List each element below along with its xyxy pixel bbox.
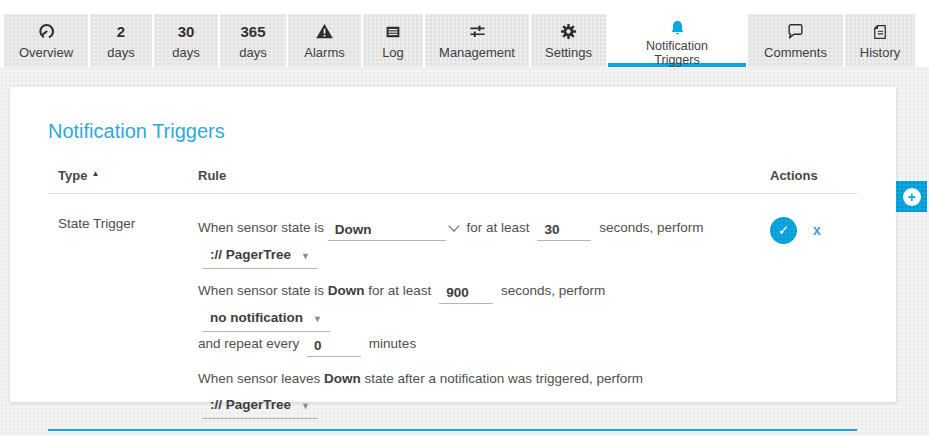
tab-number: 365 [240, 21, 265, 42]
warning-icon [315, 21, 334, 42]
off-notification-select[interactable]: :// PagerTree▼ [202, 395, 318, 419]
tab-label: Overview [19, 45, 73, 60]
save-trigger-button[interactable]: ✓ [770, 217, 797, 244]
tab-history[interactable]: History [845, 14, 915, 67]
tab-overview[interactable]: Overview [4, 14, 88, 67]
tab-label: Alarms [304, 45, 344, 60]
tab-2-days[interactable]: 2 days [90, 14, 152, 67]
trigger-rule-cell: When sensor state is Down for at least 3… [198, 216, 734, 429]
trigger-type-cell: State Trigger [48, 216, 198, 429]
chevron-down-icon [448, 220, 459, 231]
tab-label: days [107, 45, 134, 60]
panel-title: Notification Triggers [10, 87, 896, 143]
tab-label: History [860, 45, 900, 60]
comment-icon [786, 21, 805, 42]
tab-label: days [239, 45, 266, 60]
plus-icon: + [903, 188, 921, 206]
page-content: + Notification Triggers Type▲ Rule Actio… [0, 67, 929, 436]
tab-365-days[interactable]: 365 days [220, 14, 286, 67]
sort-asc-icon: ▲ [91, 169, 99, 178]
gauge-icon [37, 21, 56, 42]
state-select[interactable]: Down [328, 220, 446, 241]
history-icon [871, 21, 889, 42]
column-header-rule: Rule [198, 168, 734, 183]
tab-log[interactable]: Log [363, 14, 423, 67]
repeat-interval-input[interactable]: 0 [307, 336, 361, 357]
tab-number: 2 [117, 21, 125, 42]
tab-label: Comments [764, 45, 827, 60]
tab-label: Settings [545, 45, 592, 60]
tab-alarms[interactable]: Alarms [288, 14, 361, 67]
tab-label: Notification Triggers [631, 39, 723, 67]
tab-label: Management [439, 45, 515, 60]
page: { "colors": { "accent": "#0ba7e0", "head… [0, 0, 929, 436]
dropdown-triangle-icon: ▼ [301, 401, 310, 411]
check-icon: ✓ [778, 222, 790, 238]
tab-management[interactable]: Management [425, 14, 529, 67]
notification-select[interactable]: :// PagerTree▼ [202, 245, 318, 269]
add-trigger-button[interactable]: + [896, 181, 927, 212]
log-icon [384, 21, 402, 42]
tab-number: 30 [178, 21, 195, 42]
sliders-icon [468, 21, 487, 42]
trigger-actions-cell: ✓ x [734, 216, 857, 429]
triggers-table: Type▲ Rule Actions State Trigger When se… [48, 168, 857, 431]
column-header-actions: Actions [734, 168, 857, 183]
bell-icon [668, 19, 687, 38]
notification-triggers-panel: Notification Triggers Type▲ Rule Actions… [10, 87, 896, 402]
rule-clause-on-down: When sensor state is Down for at least 3… [198, 216, 734, 269]
table-row: State Trigger When sensor state is Down … [48, 194, 857, 431]
pagertree-logo: :// [210, 247, 222, 262]
escalation-latency-input[interactable]: 900 [439, 283, 493, 304]
dropdown-triangle-icon: ▼ [301, 251, 310, 261]
tab-label: days [172, 45, 199, 60]
latency-input[interactable]: 30 [537, 220, 591, 241]
column-header-type[interactable]: Type▲ [48, 168, 198, 183]
delete-trigger-button[interactable]: x [813, 222, 821, 238]
pagertree-logo: :// [210, 397, 222, 412]
tab-comments[interactable]: Comments [748, 14, 843, 67]
rule-clause-escalation: When sensor state is Down for at least 9… [198, 279, 734, 357]
tab-strip: Overview 2 days 30 days 365 days Alarms [0, 0, 929, 67]
dropdown-triangle-icon: ▼ [313, 314, 322, 324]
tab-30-days[interactable]: 30 days [154, 14, 218, 67]
tab-settings[interactable]: Settings [531, 14, 606, 67]
tab-label: Log [382, 45, 404, 60]
rule-clause-on-up: When sensor leaves Down state after a no… [198, 367, 734, 419]
table-header-row: Type▲ Rule Actions [48, 168, 857, 194]
tab-bar: Overview 2 days 30 days 365 days Alarms [4, 14, 929, 67]
tab-notification-triggers[interactable]: Notification Triggers [608, 14, 746, 67]
gear-icon [559, 21, 578, 42]
escalation-notification-select[interactable]: no notification▼ [202, 308, 330, 332]
